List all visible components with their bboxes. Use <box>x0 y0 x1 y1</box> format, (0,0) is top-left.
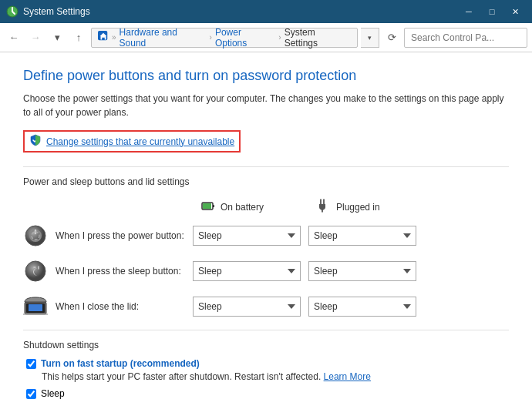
section-1-title: Power and sleep buttons and lid settings <box>23 176 509 187</box>
fast-startup-label[interactable]: Turn on fast startup (recommended) <box>26 358 509 369</box>
sleep-button-battery-select[interactable]: Sleep Do nothing Hibernate Shut down Tur… <box>193 261 301 281</box>
section-divider-2 <box>23 330 509 330</box>
plugged-header: Plugged in <box>316 198 409 216</box>
page-title: Define power buttons and turn on passwor… <box>23 68 509 84</box>
sleep-button-row: When I press the sleep button: Sleep Do … <box>23 259 509 283</box>
sleep-button-dropdowns: Sleep Do nothing Hibernate Shut down Tur… <box>193 261 416 281</box>
lid-close-plugged-select[interactable]: Sleep Do nothing Hibernate Shut down Tur… <box>308 297 416 317</box>
section-divider-1 <box>23 166 509 167</box>
power-button-battery-select[interactable]: Sleep Do nothing Hibernate Shut down Tur… <box>193 226 301 246</box>
search-input[interactable] <box>404 28 527 48</box>
sleep-item: Sleep Show in Power menu. <box>23 388 509 399</box>
window-title: System Settings <box>23 6 90 17</box>
shutdown-title: Shutdown settings <box>23 340 509 350</box>
fast-startup-desc: This helps start your PC faster after sh… <box>26 371 509 382</box>
breadcrumb-current: System Settings <box>285 27 351 49</box>
sleep-button-icon <box>23 259 48 283</box>
battery-header: On battery <box>200 198 308 216</box>
lid-close-row: When I close the lid: Sleep Do nothing H… <box>23 294 509 319</box>
shield-icon <box>29 134 42 149</box>
svg-point-8 <box>25 226 45 246</box>
fast-startup-item: Turn on fast startup (recommended) This … <box>23 358 509 382</box>
fast-startup-checkbox[interactable] <box>26 359 36 369</box>
main-content: Define power buttons and turn on passwor… <box>0 52 532 399</box>
power-button-plugged-select[interactable]: Sleep Do nothing Hibernate Shut down Tur… <box>308 226 416 246</box>
sep3: › <box>278 33 281 42</box>
title-bar: System Settings ─ □ ✕ <box>0 0 532 23</box>
battery-icon <box>200 198 216 216</box>
shutdown-section: Shutdown settings Turn on fast startup (… <box>23 340 509 399</box>
back-button[interactable]: ← <box>5 28 23 47</box>
svg-rect-3 <box>213 205 214 207</box>
breadcrumb-power-options[interactable]: Power Options <box>215 27 275 49</box>
app-icon <box>6 5 19 18</box>
lid-close-battery-select[interactable]: Sleep Do nothing Hibernate Shut down Tur… <box>193 297 301 317</box>
sleep-label[interactable]: Sleep <box>26 388 509 399</box>
learn-more-link[interactable]: Learn More <box>324 371 371 382</box>
sleep-text: Sleep <box>41 388 65 399</box>
battery-label-text: On battery <box>221 202 264 213</box>
sleep-button-plugged-select[interactable]: Sleep Do nothing Hibernate Shut down Tur… <box>308 261 416 281</box>
change-settings-text: Change settings that are currently unava… <box>46 136 234 147</box>
address-bar: ← → ▾ ↑ » Hardware and Sound › Power Opt… <box>0 23 532 52</box>
minimize-button[interactable]: ─ <box>458 3 480 20</box>
lid-close-label: When I close the lid: <box>56 301 193 312</box>
power-button-dropdowns: Sleep Do nothing Hibernate Shut down Tur… <box>193 226 416 246</box>
breadcrumb-hardware[interactable]: Hardware and Sound <box>120 27 207 49</box>
plugged-label-text: Plugged in <box>336 202 380 213</box>
page-description: Choose the power settings that you want … <box>23 92 509 119</box>
svg-point-11 <box>25 261 45 281</box>
forward-button[interactable]: → <box>26 28 45 47</box>
window-controls: ─ □ ✕ <box>458 3 526 20</box>
fast-startup-text: Turn on fast startup (recommended) <box>41 358 200 369</box>
plug-icon <box>316 198 332 216</box>
power-button-row: When I press the power button: Sleep Do … <box>23 223 509 248</box>
path-dropdown-button[interactable]: ▾ <box>361 28 379 48</box>
lid-close-dropdowns: Sleep Do nothing Hibernate Shut down Tur… <box>193 297 416 317</box>
home-icon <box>98 31 109 44</box>
power-button-icon <box>23 223 48 248</box>
maximize-button[interactable]: □ <box>481 3 503 20</box>
sep1: » <box>112 33 116 42</box>
dropdown-button[interactable]: ▾ <box>48 28 66 47</box>
close-button[interactable]: ✕ <box>504 3 526 20</box>
lid-close-icon <box>23 294 48 319</box>
sleep-button-label: When I press the sleep button: <box>56 266 193 277</box>
up-button[interactable]: ↑ <box>69 28 88 47</box>
power-button-label: When I press the power button: <box>56 230 193 241</box>
svg-rect-14 <box>29 304 42 311</box>
change-settings-link[interactable]: Change settings that are currently unava… <box>23 130 241 153</box>
breadcrumb-path: » Hardware and Sound › Power Options › S… <box>91 28 358 48</box>
svg-rect-4 <box>203 203 211 209</box>
sep2: › <box>210 33 212 42</box>
sleep-checkbox[interactable] <box>26 389 36 399</box>
refresh-button[interactable]: ⟳ <box>382 28 401 48</box>
